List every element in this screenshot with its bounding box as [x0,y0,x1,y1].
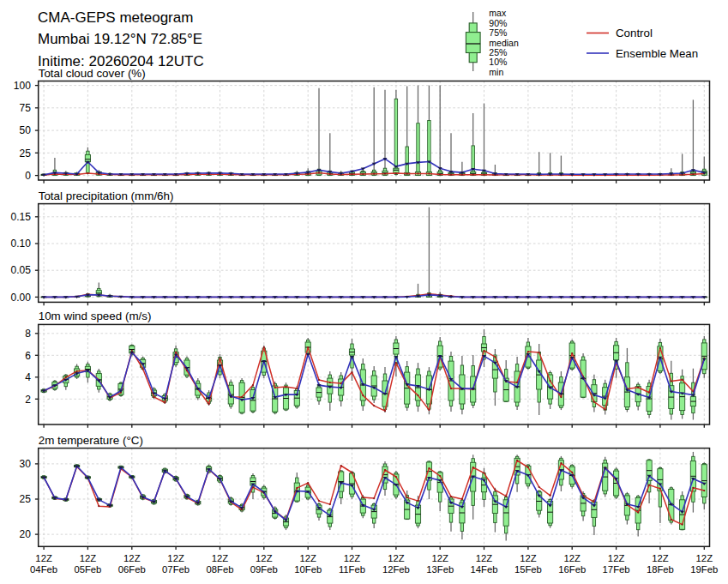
svg-text:90%: 90% [489,18,507,28]
svg-text:8: 8 [25,328,31,340]
svg-text:05Feb: 05Feb [74,564,101,575]
svg-text:75%: 75% [489,27,507,38]
svg-text:12Z: 12Z [35,553,52,563]
svg-text:17Feb: 17Feb [603,564,630,575]
svg-text:12Z: 12Z [167,553,184,563]
svg-text:10Feb: 10Feb [294,564,322,575]
svg-text:18Feb: 18Feb [647,564,674,575]
svg-text:30: 30 [20,458,32,470]
svg-text:0.05: 0.05 [11,264,32,276]
svg-text:12Z: 12Z [696,553,713,563]
svg-text:median: median [489,38,519,48]
svg-text:25: 25 [20,493,32,505]
svg-text:12Z: 12Z [123,553,141,563]
svg-text:12Z: 12Z [608,553,625,563]
svg-text:12Z: 12Z [212,553,229,563]
svg-text:19Feb: 19Feb [690,564,718,575]
svg-text:Control: Control [616,27,653,39]
svg-text:Mumbai 19.12°N 72.85°E: Mumbai 19.12°N 72.85°E [38,31,202,47]
svg-text:2: 2 [25,394,31,406]
svg-text:0.15: 0.15 [11,211,32,223]
svg-text:06Feb: 06Feb [118,564,146,575]
svg-text:0.10: 0.10 [11,238,32,250]
svg-text:09Feb: 09Feb [250,564,278,575]
svg-text:12Z: 12Z [652,553,669,563]
svg-text:0.00: 0.00 [11,292,32,304]
svg-text:CMA-GEPS meteogram: CMA-GEPS meteogram [38,9,193,26]
svg-text:12Feb: 12Feb [382,564,410,575]
svg-text:12Z: 12Z [431,553,448,563]
svg-text:min: min [489,67,503,77]
svg-text:04Feb: 04Feb [30,564,57,575]
svg-text:11Feb: 11Feb [339,564,365,575]
svg-text:12Z: 12Z [563,553,581,563]
svg-text:10m wind speed (m/s): 10m wind speed (m/s) [39,310,152,322]
svg-text:6: 6 [25,350,31,362]
svg-text:Total cloud cover (%): Total cloud cover (%) [39,67,146,80]
svg-text:100: 100 [14,80,31,92]
svg-text:12Z: 12Z [520,553,537,563]
svg-text:14Feb: 14Feb [470,564,497,575]
svg-text:13Feb: 13Feb [426,564,454,575]
svg-text:2m temperature (°C): 2m temperature (°C) [39,434,143,447]
svg-text:0: 0 [25,170,31,182]
svg-text:75: 75 [20,102,32,114]
svg-text:08Feb: 08Feb [206,564,233,575]
svg-text:Ensemble Mean: Ensemble Mean [616,47,698,60]
svg-text:12Z: 12Z [256,553,273,563]
svg-text:10%: 10% [489,57,507,67]
svg-text:12Z: 12Z [299,553,316,563]
svg-text:07Feb: 07Feb [162,564,190,575]
svg-text:12Z: 12Z [344,553,361,563]
svg-text:25: 25 [20,148,32,160]
svg-text:max: max [489,8,507,18]
svg-text:12Z: 12Z [476,553,493,563]
svg-text:12Z: 12Z [388,553,405,563]
svg-text:12Z: 12Z [80,553,97,563]
svg-text:20: 20 [20,528,32,540]
svg-text:25%: 25% [489,47,507,57]
svg-text:4: 4 [25,371,31,383]
svg-text:50: 50 [20,124,32,136]
svg-text:16Feb: 16Feb [558,564,586,575]
svg-text:15Feb: 15Feb [514,564,542,575]
svg-text:Total precipitation (mm/6h): Total precipitation (mm/6h) [39,190,174,202]
